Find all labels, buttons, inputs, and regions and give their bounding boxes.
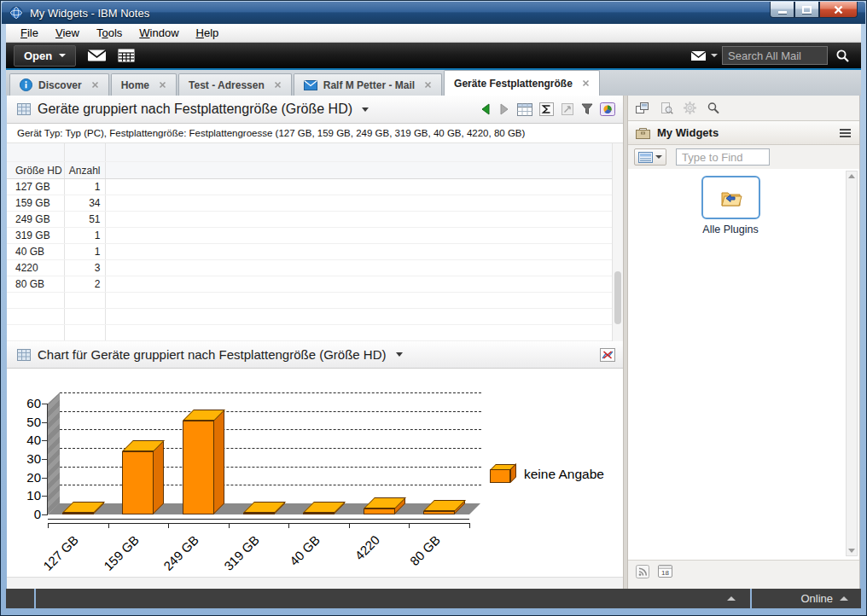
advanced-search-icon[interactable] bbox=[707, 102, 720, 115]
expand-status-icon[interactable] bbox=[727, 596, 736, 601]
table-row[interactable]: 319 GB1 bbox=[7, 228, 623, 244]
search-all-mail-input[interactable] bbox=[722, 46, 828, 65]
y-tick-mark bbox=[42, 422, 48, 423]
sidebar-bottom-bar: 18 bbox=[628, 560, 859, 582]
view-dropdown-icon[interactable] bbox=[362, 108, 369, 112]
y-tick-mark bbox=[42, 459, 48, 460]
y-tick-label: 60 bbox=[7, 396, 41, 410]
tab-ralf-m-petter-mail[interactable]: Ralf M Petter - Mail bbox=[294, 73, 442, 96]
table-vertical-scrollbar[interactable] bbox=[612, 143, 623, 341]
legend-swatch-icon bbox=[490, 464, 518, 484]
open-menu-button[interactable]: Open bbox=[14, 45, 76, 67]
table-row[interactable]: 159 GB34 bbox=[7, 195, 623, 212]
forward-icon[interactable] bbox=[498, 103, 510, 115]
scroll-down-icon[interactable] bbox=[848, 549, 855, 553]
tab-close-icon[interactable] bbox=[582, 79, 590, 87]
titlebar[interactable]: My Widgets - IBM Notes bbox=[2, 2, 865, 24]
table-row[interactable]: 127 GB1 bbox=[7, 179, 623, 195]
tab-test-adressen[interactable]: Test - Adressen bbox=[178, 73, 292, 96]
table-row[interactable]: 40 GB1 bbox=[7, 244, 623, 260]
close-button[interactable] bbox=[819, 2, 858, 18]
x-tick-mark bbox=[48, 523, 49, 528]
menu-file[interactable]: File bbox=[12, 26, 47, 39]
view-header: Geräte gruppiert nach Festplattengröße (… bbox=[7, 96, 623, 124]
filter-icon[interactable] bbox=[581, 103, 593, 115]
table-row[interactable]: 80 GB2 bbox=[7, 276, 623, 293]
view-title: Geräte gruppiert nach Festplattengröße (… bbox=[38, 102, 352, 117]
menu-help[interactable]: Help bbox=[188, 26, 228, 39]
mini-calendar-icon[interactable]: 18 bbox=[658, 565, 672, 578]
x-axis-line bbox=[48, 523, 469, 524]
gear-icon bbox=[683, 101, 697, 115]
widget-alle-plugins[interactable] bbox=[701, 176, 760, 219]
scroll-up-icon[interactable] bbox=[848, 174, 855, 178]
bar bbox=[423, 511, 455, 514]
search-scope-chevron-icon[interactable] bbox=[711, 54, 718, 57]
tab-close-icon[interactable] bbox=[424, 81, 432, 89]
type-to-find-input[interactable] bbox=[676, 148, 770, 166]
menu-tools[interactable]: Tools bbox=[88, 26, 131, 39]
feeds-icon[interactable] bbox=[636, 565, 649, 578]
results-table[interactable]: Größe HDAnzahl127 GB1159 GB34249 GB51319… bbox=[7, 143, 623, 341]
x-tick-mark bbox=[229, 523, 230, 528]
gridline bbox=[60, 411, 481, 412]
table-filler-row bbox=[7, 293, 623, 309]
chart-view-icon[interactable] bbox=[600, 102, 615, 116]
table-header-row[interactable]: Größe HDAnzahl bbox=[7, 162, 623, 179]
bar bbox=[62, 513, 94, 514]
widget-label: Alle Plugins bbox=[658, 224, 803, 235]
menu-view[interactable]: View bbox=[47, 26, 88, 39]
maximize-button[interactable] bbox=[794, 2, 819, 18]
status-message-area[interactable] bbox=[36, 589, 750, 608]
new-mail-button[interactable] bbox=[87, 49, 107, 62]
back-icon[interactable] bbox=[480, 103, 492, 115]
tab-close-icon[interactable] bbox=[91, 81, 99, 89]
tab-home[interactable]: Home bbox=[111, 73, 177, 96]
x-tick-mark bbox=[409, 523, 410, 528]
chart-legend: keine Angabe bbox=[490, 464, 604, 484]
sidebar-scrollbar[interactable] bbox=[846, 171, 858, 556]
calendar-button[interactable] bbox=[118, 49, 135, 62]
widget-view-button[interactable] bbox=[634, 148, 666, 166]
application-window: My Widgets - IBM Notes FileViewToolsWind… bbox=[0, 0, 867, 616]
tab-close-icon[interactable] bbox=[159, 81, 166, 89]
search-icon[interactable] bbox=[835, 49, 850, 63]
chart-settings-icon[interactable] bbox=[600, 348, 615, 362]
y-tick-label: 50 bbox=[7, 415, 41, 429]
tab-geräte-festplattengröße[interactable]: Geräte Festplattengröße bbox=[444, 70, 600, 96]
x-tick-mark bbox=[108, 523, 109, 528]
table-filler-row bbox=[7, 325, 623, 341]
tab-discover[interactable]: Discover bbox=[9, 73, 109, 96]
online-status-label: Online bbox=[800, 592, 833, 605]
minimize-button[interactable] bbox=[770, 2, 794, 18]
table-row[interactable]: 42203 bbox=[7, 260, 623, 276]
bar-chart: 0102030405060127 GB159 GB249 GB319 GB40 … bbox=[7, 369, 623, 577]
table-row[interactable]: 249 GB51 bbox=[7, 212, 623, 228]
widgets-panel-header: My Widgets bbox=[628, 121, 859, 145]
panel-menu-icon[interactable] bbox=[839, 128, 852, 138]
tab-close-icon[interactable] bbox=[274, 81, 282, 89]
y-tick-label: 0 bbox=[7, 507, 41, 521]
scrollbar-thumb[interactable] bbox=[614, 271, 621, 324]
info-icon bbox=[20, 78, 32, 91]
window-title: My Widgets - IBM Notes bbox=[30, 7, 149, 20]
menu-bar: FileViewToolsWindowHelp bbox=[6, 24, 861, 43]
chart-section-header: Chart für Geräte gruppiert nach Festplat… bbox=[7, 341, 623, 369]
search-scope-mail-icon[interactable] bbox=[690, 50, 707, 61]
horizontal-scrollbar[interactable] bbox=[7, 577, 623, 589]
chart-dropdown-icon[interactable] bbox=[396, 352, 403, 357]
sum-icon[interactable] bbox=[539, 102, 554, 116]
open-window-list-icon[interactable] bbox=[635, 102, 650, 115]
status-bar: Online bbox=[6, 589, 861, 608]
plugin-folder-icon bbox=[719, 189, 742, 207]
online-status-button[interactable]: Online bbox=[752, 589, 861, 608]
results-table-area: Größe HDAnzahl127 GB1159 GB34249 GB51319… bbox=[7, 143, 623, 341]
y-tick-mark bbox=[42, 514, 48, 515]
bar bbox=[364, 508, 395, 514]
gridline bbox=[60, 448, 481, 449]
table-view-icon[interactable] bbox=[517, 103, 532, 116]
y-tick-mark bbox=[42, 496, 48, 497]
bar-side-face bbox=[213, 410, 224, 514]
widgets-drawer-icon bbox=[636, 127, 650, 139]
menu-window[interactable]: Window bbox=[131, 26, 187, 39]
